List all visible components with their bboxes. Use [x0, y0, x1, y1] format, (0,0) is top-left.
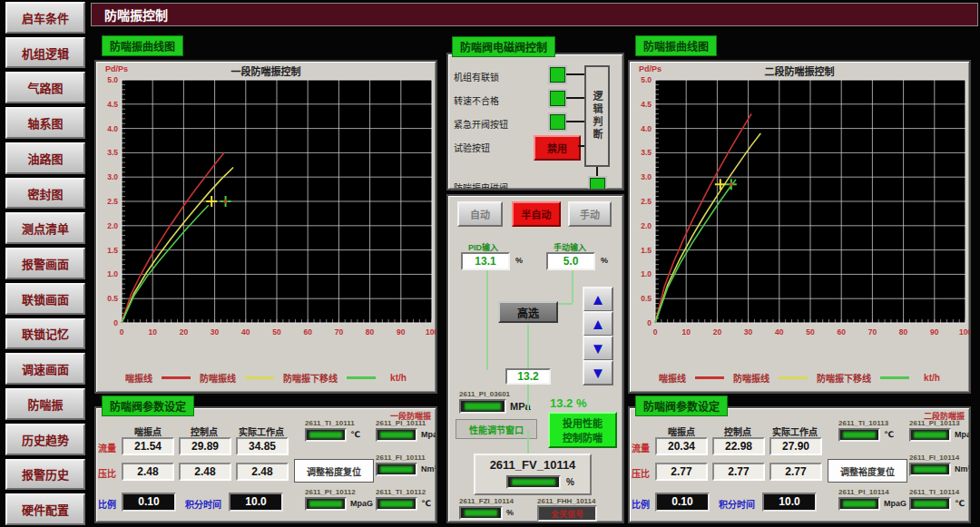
- sidebar-item-13[interactable]: 历史趋势: [5, 424, 85, 455]
- mode-button-2[interactable]: 半自动: [512, 201, 561, 227]
- svg-text:0.5: 0.5: [641, 294, 652, 303]
- valve-closed-status: 全关信号: [537, 505, 597, 522]
- sidebar-item-11[interactable]: 调速画面: [5, 353, 85, 385]
- sidebar-item-5[interactable]: 油路图: [5, 142, 85, 174]
- param-value-1-2[interactable]: 29.89: [179, 437, 231, 455]
- svg-text:50: 50: [806, 327, 815, 337]
- svg-text:0.5: 0.5: [107, 294, 118, 303]
- input-unit-2: %: [601, 256, 608, 265]
- pressure-value-display: [459, 399, 506, 414]
- interlock-label-2: 转速不合格: [454, 93, 499, 107]
- decrease-fast-button[interactable]: ▼: [583, 360, 613, 385]
- row-label-1: 流量: [632, 441, 653, 454]
- sidebar-item-10[interactable]: 联锁记忆: [5, 318, 85, 350]
- margin-reset-button[interactable]: 调整裕度复位: [828, 459, 907, 483]
- svg-text:2.5: 2.5: [641, 197, 652, 206]
- tag-unit-2611_TI_10111: ℃: [350, 430, 360, 439]
- sidebar-item-2[interactable]: 机组逻辑: [5, 37, 85, 69]
- param-value-1-2[interactable]: 22.98: [712, 437, 765, 455]
- input-field-1[interactable]: 13.1: [461, 252, 510, 270]
- led-bar: [843, 501, 875, 507]
- mode-button-1[interactable]: 自动: [457, 201, 503, 227]
- perf-button-line2: 控制防喘: [563, 430, 603, 444]
- param-value-2-1[interactable]: 2.77: [655, 463, 708, 481]
- sidebar-item-1[interactable]: 启车条件: [5, 2, 85, 34]
- valve-tag-box: 2611_FV_10114 %: [474, 454, 592, 495]
- sidebar-item-14[interactable]: 报警历史: [5, 459, 85, 491]
- param-value-1-3[interactable]: 34.85: [236, 437, 289, 455]
- output-setpoint-field[interactable]: 13.2: [505, 368, 551, 385]
- right-chart-plot: 010203040506070809010000.51.01.52.02.53.…: [632, 76, 971, 363]
- interlock-line-4: [578, 145, 584, 147]
- increase-button[interactable]: ▲: [583, 311, 613, 337]
- proportional-value[interactable]: 0.10: [122, 493, 176, 512]
- tag-label-2611_FI_10114: 2611_FI_10114: [909, 454, 959, 462]
- input-field-2[interactable]: 5.0: [546, 252, 595, 270]
- left-chart-panel: 一段防喘振控制 Pd/Ps 010203040506070809010000.5…: [94, 60, 437, 394]
- tag-display-2611_TI_10112: [376, 497, 417, 511]
- param-value-2-3[interactable]: 2.48: [236, 463, 289, 481]
- sidebar-item-8[interactable]: 报警画面: [5, 248, 85, 279]
- svg-text:0: 0: [647, 318, 652, 327]
- interlock-line-1: [566, 73, 584, 75]
- column-header-2: 控制点: [710, 425, 765, 438]
- enable-performance-control-button[interactable]: 投用性能 控制防喘: [548, 412, 617, 448]
- sidebar-item-9[interactable]: 联锁画面: [5, 283, 85, 315]
- param-value-1-3[interactable]: 27.90: [769, 437, 822, 455]
- performance-window-label[interactable]: 性能调节窗口: [456, 419, 537, 439]
- row-label-1: 流量: [98, 441, 120, 454]
- high-select-button[interactable]: 高选: [498, 301, 558, 323]
- test-button[interactable]: 禁用: [534, 135, 581, 161]
- row-label-2: 压比: [632, 466, 653, 480]
- tag-label-2611_TI_10113: 2611_TI_10113: [838, 419, 888, 427]
- interlock-line-2: [566, 97, 584, 99]
- svg-text:3.5: 3.5: [107, 148, 118, 157]
- proportional-value[interactable]: 0.10: [655, 493, 710, 512]
- led-bar: [465, 403, 501, 410]
- sidebar-item-6[interactable]: 密封图: [5, 178, 85, 210]
- svg-text:30: 30: [744, 327, 753, 337]
- svg-text:20: 20: [180, 327, 189, 337]
- svg-text:5.0: 5.0: [107, 76, 118, 84]
- valve-position-tag-label: 2611_FZI_10114: [459, 497, 514, 505]
- legend-swatch-3: [347, 376, 376, 379]
- column-header-1: 喘振点: [653, 425, 710, 438]
- tag-label-2611_TI_10111: 2611_TI_10111: [305, 419, 355, 427]
- solenoid-output-indicator: [590, 178, 605, 190]
- increase-fast-button[interactable]: ▲: [583, 287, 613, 312]
- right-chart-panel: 二段防喘振控制 Pd/Ps 010203040506070809010000.5…: [628, 60, 971, 394]
- sidebar-item-12[interactable]: 防喘振: [5, 388, 85, 420]
- tag-unit-2611_TI_10113: ℃: [884, 430, 894, 439]
- param-value-1-1[interactable]: 21.54: [122, 437, 174, 455]
- svg-text:0: 0: [653, 327, 658, 337]
- svg-text:1.0: 1.0: [641, 269, 652, 278]
- mode-button-3[interactable]: 手动: [568, 201, 612, 227]
- logic-output-line: [596, 167, 598, 178]
- svg-text:3.0: 3.0: [107, 172, 118, 181]
- column-header-3: 实际工作点: [230, 425, 292, 438]
- param-value-2-1[interactable]: 2.48: [122, 463, 174, 481]
- tag-unit-2611_FI_10111: Nm³/h: [421, 464, 437, 473]
- param-value-2-3[interactable]: 2.77: [769, 463, 822, 481]
- legend-label-1: 喘振线: [659, 371, 686, 385]
- decrease-button[interactable]: ▼: [583, 336, 613, 361]
- input-unit-1: %: [515, 256, 523, 265]
- sidebar-item-7[interactable]: 测点清单: [5, 212, 85, 244]
- sidebar-item-4[interactable]: 轴系图: [5, 107, 85, 139]
- integral-time-value[interactable]: 10.0: [762, 493, 817, 512]
- left-chart-section-label: 防喘振曲线图: [102, 35, 183, 56]
- integral-time-value[interactable]: 10.0: [229, 493, 283, 512]
- sidebar: 启车条件机组逻辑气路图轴系图油路图密封图测点清单报警画面联锁画面联锁记忆调速画面…: [5, 2, 85, 525]
- sidebar-item-3[interactable]: 气路图: [5, 72, 85, 103]
- param-value-1-1[interactable]: 20.34: [655, 437, 708, 455]
- legend-label-3: 防喘振下移线: [283, 371, 338, 385]
- sidebar-item-15[interactable]: 硬件配置: [5, 493, 85, 525]
- right-chart-legend: 喘振线防喘振线防喘振下移线kt/h: [630, 366, 969, 388]
- margin-reset-button[interactable]: 调整裕度复位: [294, 459, 374, 483]
- svg-text:4.0: 4.0: [641, 124, 652, 133]
- interlock-label-1: 机组有联锁: [454, 70, 499, 83]
- column-header-1: 喘振点: [120, 425, 176, 438]
- param-value-2-2[interactable]: 2.77: [712, 463, 765, 481]
- column-header-2: 控制点: [177, 425, 231, 438]
- param-value-2-2[interactable]: 2.48: [179, 463, 231, 481]
